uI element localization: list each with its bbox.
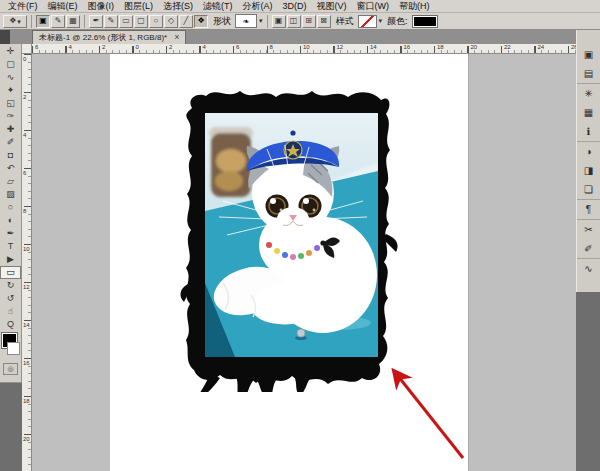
- cat-photo: [205, 113, 378, 357]
- shape-tool-button[interactable]: ▢: [134, 15, 148, 28]
- menu-item[interactable]: 帮助(H): [394, 0, 435, 13]
- panel-dock: ▣ ▤ ✳ ▦ ℹ ◑ ◨: [576, 30, 600, 471]
- ruler-tick-label: 14: [23, 322, 30, 328]
- toolbar-tool[interactable]: ✛: [0, 45, 21, 58]
- tool-preset-picker[interactable]: ❖ ▾: [3, 15, 27, 28]
- toolbar-tool[interactable]: ✦: [0, 84, 21, 97]
- draw-mode-icon: ▣: [39, 17, 47, 25]
- draw-mode-button[interactable]: ▦: [66, 15, 80, 28]
- shape-color-swatch[interactable]: [412, 15, 438, 28]
- draw-mode-icon: ✎: [55, 17, 62, 25]
- path-operation-button[interactable]: ◫: [287, 15, 301, 28]
- adjustments-panel-icon: ◑: [585, 146, 591, 157]
- toolbar-tool[interactable]: ▭: [0, 266, 21, 279]
- tool-icon: ∿: [7, 73, 15, 82]
- ruler-tick-label: 6: [35, 44, 38, 50]
- tool-icon: ▨: [6, 190, 15, 199]
- background-jar: [209, 127, 253, 197]
- shape-tool-button[interactable]: ○: [149, 15, 163, 28]
- navigator-panel-icon: ▣: [584, 49, 593, 60]
- toolbar-tool[interactable]: ✑: [0, 110, 21, 123]
- toolbar-tool[interactable]: ↺: [0, 292, 21, 305]
- draw-mode-button[interactable]: ▣: [36, 15, 50, 28]
- style-swatch[interactable]: [358, 15, 377, 28]
- tool-icon: ↶: [7, 164, 15, 173]
- shape-tool-button[interactable]: ▭: [119, 15, 133, 28]
- toolbar-tool[interactable]: ◱: [0, 97, 21, 110]
- shape-tool-icon: ▢: [137, 17, 145, 25]
- menu-item[interactable]: 3D(D): [278, 1, 312, 11]
- toolbar-tool[interactable]: ↶: [0, 162, 21, 175]
- toolbar-tool[interactable]: ▶: [0, 253, 21, 266]
- ruler-tick-label: 24: [538, 44, 545, 50]
- ruler-tick-label: 8: [23, 208, 26, 214]
- toolbar-tool[interactable]: ◘: [0, 149, 21, 162]
- menu-item[interactable]: 滤镜(T): [198, 0, 238, 13]
- quick-mask-button[interactable]: ◎: [3, 363, 18, 375]
- ruler-tick-label: 10: [23, 246, 30, 252]
- masks-panel-icon: ◨: [584, 165, 593, 176]
- chevron-down-icon: ▾: [17, 18, 21, 25]
- document-tab[interactable]: 未标题-1 @ 22.6% (形状 1, RGB/8)* ×: [32, 30, 186, 44]
- toolbar-tool[interactable]: ☝: [0, 305, 21, 318]
- toolbar-tool[interactable]: ▱: [0, 175, 21, 188]
- divider: [84, 15, 85, 28]
- shape-tool-icon: ▭: [122, 17, 130, 25]
- menu-item[interactable]: 文件(F): [3, 0, 43, 13]
- ruler-tick-label: 26: [571, 44, 576, 50]
- path-operation-button[interactable]: ⊠: [317, 15, 331, 28]
- path-operation-button[interactable]: ▣: [272, 15, 286, 28]
- draw-mode-button[interactable]: ✎: [51, 15, 65, 28]
- menu-item[interactable]: 窗口(W): [352, 0, 395, 13]
- background-color-swatch[interactable]: [7, 342, 20, 355]
- tool-icon: ✦: [7, 86, 15, 95]
- toolbar-tool[interactable]: ◐: [0, 214, 21, 227]
- shape-preset-thumbnail[interactable]: ❧: [235, 14, 257, 28]
- horizontal-ruler[interactable]: 6 4 2 0 2 4 6 8 10 12 14 16 18 20 22: [32, 44, 576, 54]
- shape-tool-button[interactable]: ✒: [89, 15, 103, 28]
- toolbar-tool[interactable]: ∿: [0, 71, 21, 84]
- ruler-tick-label: 12: [23, 284, 30, 290]
- ruler-tick-label: 4: [203, 44, 206, 50]
- shape-tool-button[interactable]: ✎: [104, 15, 118, 28]
- menu-item[interactable]: 分析(A): [238, 0, 278, 13]
- shape-tool-button[interactable]: ╱: [179, 15, 193, 28]
- tool-icon: ✐: [7, 138, 15, 147]
- close-icon[interactable]: ×: [174, 33, 179, 42]
- menu-item[interactable]: 图像(I): [83, 0, 120, 13]
- ruler-corner[interactable]: [22, 44, 32, 54]
- vertical-ruler[interactable]: 0 2 4 6 8 10 12 14 16 18 20: [22, 54, 32, 471]
- toolbar-tool[interactable]: ▢: [0, 58, 21, 71]
- histogram-panel-icon: ▤: [584, 68, 593, 79]
- toolbar-tool[interactable]: ↻: [0, 279, 21, 292]
- document-tab-bar: 未标题-1 @ 22.6% (形状 1, RGB/8)* ×: [0, 30, 576, 44]
- toolbar-tool[interactable]: ✐: [0, 136, 21, 149]
- shape-tool-icon: ✒: [93, 17, 100, 25]
- info-panel-icon: ℹ: [587, 126, 591, 137]
- path-operation-icon: ▣: [275, 17, 283, 25]
- shape-tool-button[interactable]: ❖: [194, 15, 208, 28]
- tool-icon: ▶: [7, 255, 14, 264]
- framed-cat-artwork[interactable]: [176, 84, 398, 392]
- path-operation-button[interactable]: ⊞: [302, 15, 316, 28]
- toolbar-tool[interactable]: ✒: [0, 227, 21, 240]
- chevron-down-icon[interactable]: ▾: [259, 17, 263, 25]
- menu-item[interactable]: 视图(V): [312, 0, 352, 13]
- toolbar-tool[interactable]: ▨: [0, 188, 21, 201]
- menu-item[interactable]: 图层(L): [119, 0, 158, 13]
- menu-item[interactable]: 编辑(E): [43, 0, 83, 13]
- swatches-panel-icon: ▦: [584, 107, 593, 118]
- ruler-tick-label: 4: [69, 44, 72, 50]
- tool-icon: ▢: [6, 60, 15, 69]
- color-label: 颜色:: [387, 15, 408, 28]
- toolbar-tool[interactable]: ✚: [0, 123, 21, 136]
- tool-icon: ▭: [6, 268, 15, 277]
- layers-panel-icon: ❏: [584, 184, 593, 195]
- shape-tool-button[interactable]: ◇: [164, 15, 178, 28]
- chevron-down-icon[interactable]: ▾: [379, 17, 383, 25]
- toolbar-tool[interactable]: Q: [0, 318, 21, 331]
- menu-item[interactable]: 选择(S): [158, 0, 198, 13]
- toolbar-tool[interactable]: T: [0, 240, 21, 253]
- toolbar-tool[interactable]: ○: [0, 201, 21, 214]
- tab-bar-spacer: [10, 30, 32, 44]
